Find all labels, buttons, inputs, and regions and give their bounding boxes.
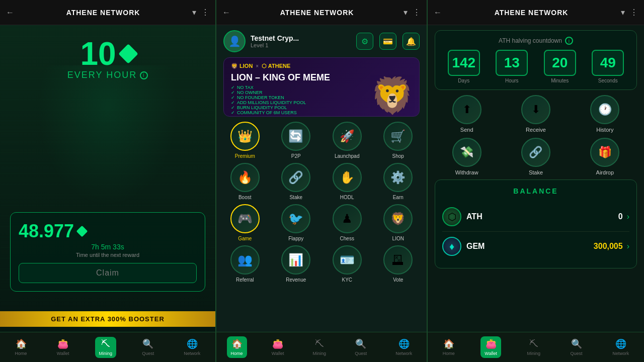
countdown-minutes: 20 Minutes xyxy=(544,50,576,83)
gem-chevron-icon: › xyxy=(627,242,629,251)
mid-nav-network[interactable]: 🌐 Network xyxy=(391,336,416,358)
right-back-icon[interactable]: ← xyxy=(434,8,442,17)
mid-more-icon[interactable]: ⋮ xyxy=(413,8,421,17)
airdrop-button[interactable]: 🎁 Airdrop xyxy=(573,138,637,175)
right-quest-label: Quest xyxy=(571,351,583,356)
left-back-icon[interactable]: ← xyxy=(6,8,14,17)
wallet-button[interactable]: 💳 xyxy=(379,33,396,50)
right-nav-quest[interactable]: 🔍 Quest xyxy=(567,336,587,358)
stake-icon: 🔗 xyxy=(521,138,550,167)
countdown-info-icon[interactable]: i xyxy=(565,37,573,45)
grid-item-hodl[interactable]: ✋ HODL xyxy=(324,163,371,200)
mining-rate-number: 10 xyxy=(80,35,116,72)
left-nav-mining[interactable]: ⛏ Mining xyxy=(95,337,117,358)
mining-label: Mining xyxy=(99,351,113,356)
hodl-label: HODL xyxy=(340,195,354,200)
launchpad-label: Launchpad xyxy=(335,153,360,159)
right-mining-icon: ⛏ xyxy=(529,339,538,349)
left-nav-home[interactable]: 🏠 Home xyxy=(11,336,31,358)
grid-item-premium[interactable]: 👑 Premium xyxy=(221,122,269,159)
right-nav-mining[interactable]: ⛏ Mining xyxy=(523,337,545,358)
premium-label: Premium xyxy=(235,153,255,159)
every-hour-info-icon[interactable]: i xyxy=(140,71,148,79)
mid-nav-quest[interactable]: 🔍 Quest xyxy=(351,336,371,358)
seconds-label: Seconds xyxy=(598,78,618,83)
quest-icon: 🔍 xyxy=(142,338,153,349)
mid-home-label: Home xyxy=(231,351,243,356)
user-avatar: 👤 xyxy=(223,30,246,52)
grid-item-boost[interactable]: 🔥 Boost xyxy=(221,163,269,200)
vote-label: Vote xyxy=(393,277,403,283)
right-network-icon: 🌐 xyxy=(615,338,626,349)
withdraw-button[interactable]: 💸 Withdraw xyxy=(435,138,499,175)
next-reward-label: Time until the next reward xyxy=(19,252,197,258)
mid-wallet-label: Wallet xyxy=(272,351,284,356)
balance-card: 48.977 7h 5m 33s Time until the next rew… xyxy=(10,212,205,292)
grid-item-kyc[interactable]: 🪪 KYC xyxy=(324,245,371,283)
mid-dropdown-icon[interactable]: ▾ xyxy=(404,8,408,17)
grid-item-vote[interactable]: 🗳 Vote xyxy=(375,245,422,283)
minutes-value: 20 xyxy=(544,50,576,76)
receive-label: Receive xyxy=(526,127,546,133)
history-button[interactable]: 🕐 History xyxy=(573,95,637,133)
right-nav-wallet[interactable]: 👛 Wallet xyxy=(480,336,501,358)
right-nav-network[interactable]: 🌐 Network xyxy=(608,336,633,358)
grid-item-launchpad[interactable]: 🚀 Launchpad xyxy=(324,122,371,159)
settings-button[interactable]: ⚙ xyxy=(356,33,373,50)
network-label: Network xyxy=(184,351,200,356)
airdrop-icon: 🎁 xyxy=(590,138,619,167)
ad-banner[interactable]: 🦁 LION × ⬡ ATHENE LION – KING OF MEME NO… xyxy=(223,57,420,117)
grid-item-game[interactable]: 🎮 Game xyxy=(221,204,269,241)
balance-diamond-icon xyxy=(76,226,88,237)
gem-balance-row[interactable]: ♦ GEM 300,005 › xyxy=(442,232,629,261)
stake-icon: 🔗 xyxy=(281,163,310,192)
game-label: Game xyxy=(238,236,252,241)
receive-button[interactable]: ⬇ Receive xyxy=(504,95,568,133)
days-label: Days xyxy=(458,78,469,83)
kyc-icon: 🪪 xyxy=(333,245,362,275)
grid-item-stake[interactable]: 🔗 Stake xyxy=(273,163,320,200)
grid-item-revenue[interactable]: 📊 Revenue xyxy=(273,245,320,283)
user-level: Level 1 xyxy=(251,42,351,48)
every-hour-label: EVERY HOUR i xyxy=(67,70,148,80)
mid-nav-wallet[interactable]: 👛 Wallet xyxy=(268,336,288,358)
mid-top-icons: ▾ ⋮ xyxy=(404,8,421,17)
ad-point-4: ADD MILLIONS LIQUIDITY POOL xyxy=(231,100,412,105)
grid-item-chess[interactable]: ♟ Chess xyxy=(324,204,371,241)
gem-coin-name: GEM xyxy=(466,242,594,251)
stake-button[interactable]: 🔗 Stake xyxy=(504,138,568,175)
referral-label: Referral xyxy=(236,277,254,283)
mid-nav-mining[interactable]: ⛏ Mining xyxy=(309,337,331,358)
grid-item-lion[interactable]: 🦁 LION xyxy=(375,204,422,241)
right-dropdown-icon[interactable]: ▾ xyxy=(621,8,625,17)
shop-label: Shop xyxy=(392,153,404,159)
grid-item-earn[interactable]: ⚙️ Earn xyxy=(375,163,422,200)
left-dropdown-icon[interactable]: ▾ xyxy=(192,8,196,17)
mid-bottom-nav: 🏠 Home 👛 Wallet ⛏ Mining 🔍 Quest 🌐 Netwo… xyxy=(216,332,427,362)
claim-button[interactable]: Claim xyxy=(19,263,197,283)
grid-item-shop[interactable]: 🛒 Shop xyxy=(375,122,422,159)
left-more-icon[interactable]: ⋮ xyxy=(201,8,209,17)
grid-item-flappy[interactable]: 🐦 Flappy xyxy=(273,204,320,241)
statue-figure xyxy=(37,65,178,206)
ath-balance-row[interactable]: ⬡ ATH 0 › xyxy=(442,202,629,232)
history-label: History xyxy=(596,127,613,133)
booster-banner[interactable]: GET AN EXTRA 300% BOOSTER xyxy=(0,311,215,327)
mid-back-icon[interactable]: ← xyxy=(222,8,230,17)
mid-nav-home[interactable]: 🏠 Home xyxy=(227,336,247,358)
left-nav-network[interactable]: 🌐 Network xyxy=(180,336,204,358)
vote-icon: 🗳 xyxy=(383,245,413,275)
countdown-seconds: 49 Seconds xyxy=(592,50,624,83)
grid-item-p2p[interactable]: 🔄 P2P xyxy=(273,122,320,159)
notification-button[interactable]: 🔔 xyxy=(403,33,420,50)
right-nav-home[interactable]: 🏠 Home xyxy=(439,336,459,358)
withdraw-label: Withdraw xyxy=(455,169,478,175)
right-more-icon[interactable]: ⋮ xyxy=(630,8,638,17)
timer-display: 7h 5m 33s xyxy=(19,243,197,251)
mid-user-header: 👤 Testnet Cryp... Level 1 ⚙ 💳 🔔 xyxy=(216,25,427,57)
mining-icon: ⛏ xyxy=(101,339,110,349)
grid-item-referral[interactable]: 👥 Referral xyxy=(221,245,269,283)
send-button[interactable]: ⬆ Send xyxy=(435,95,499,133)
left-nav-wallet[interactable]: 👛 Wallet xyxy=(53,336,73,358)
left-nav-quest[interactable]: 🔍 Quest xyxy=(138,336,158,358)
